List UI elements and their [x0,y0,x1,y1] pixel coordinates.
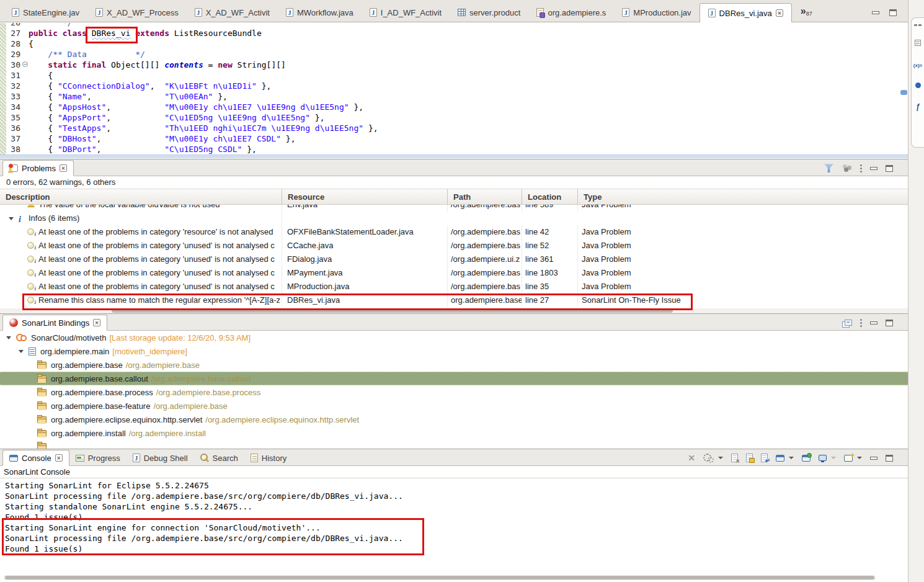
tree-item-suffix: /org.adempiere.base.process [156,388,260,397]
expander-icon[interactable] [6,336,11,339]
tab-sonarlint-bindings[interactable]: SonarLint Bindings [2,315,107,331]
wrap-button[interactable] [761,454,768,462]
pin-button[interactable] [802,455,811,462]
editor-tab-X_AD_WF_Process[interactable]: X_AD_WF_Process [87,3,187,22]
minimize-button[interactable] [870,457,877,460]
folder-icon [37,362,47,369]
problems-row[interactable]: At least one of the problems in category… [0,253,908,266]
tree-item-org.adempiere.base.callout[interactable]: org.adempiere.base.callout/org.adempiere… [0,372,908,385]
menu-button[interactable] [860,164,862,166]
tree-item-org.adempiere.base.process[interactable]: org.adempiere.base.process/org.adempiere… [0,385,908,399]
close-icon[interactable] [93,319,100,326]
column-header-type[interactable]: Type [578,189,908,204]
cell-location: line 361 [522,253,578,266]
display-button[interactable] [819,455,827,461]
maximize-button[interactable] [886,320,893,326]
problems-row[interactable]: At least one of the problems in category… [0,239,908,253]
sonarlint-icon [9,318,18,327]
minimize-button[interactable] [870,167,877,170]
code-token: final [82,60,106,69]
maximize-button[interactable] [886,455,893,462]
menu-button[interactable] [860,319,862,321]
dropdown-arrow-icon[interactable] [857,457,862,459]
tab-history[interactable]: History [244,450,293,465]
tab-problems[interactable]: Problems [2,160,74,176]
editor-tab-org.adempiere.s[interactable]: org.adempiere.s [528,3,614,22]
new-console-button[interactable] [844,455,853,462]
maximize-icon[interactable] [889,9,897,16]
expander-icon[interactable] [19,350,24,353]
editor-tab-I_AD_WF_Activit[interactable]: I_AD_WF_Activit [362,3,450,22]
code-text: { [29,70,53,81]
collapse-all-button[interactable] [845,320,852,326]
editor-tab-server.product[interactable]: server.product [450,3,528,22]
variables-icon[interactable] [913,60,922,69]
editor-tab-MProduction.jav[interactable]: MProduction.jav [614,3,699,22]
sonarlint-bindings-tree: SonarCloud/motiveth[Last storage update:… [0,331,908,449]
dropdown-arrow-icon[interactable] [718,457,723,459]
tree-item-org.adempiere.base-feature[interactable]: org.adempiere.base-feature/org.adempiere… [0,399,908,413]
scrollbar-thumb[interactable] [5,576,874,580]
editor-tab-X_AD_WF_Activit[interactable]: X_AD_WF_Activit [187,3,278,22]
column-header-location[interactable]: Location [522,189,578,204]
editor-horizontal-scrollbar[interactable] [0,154,908,158]
dropdown-arrow-icon[interactable] [789,457,794,459]
problems-row[interactable]: At least one of the problems in category… [0,266,908,280]
column-header-resource[interactable]: Resource [282,189,448,204]
tab-label: Problems [22,164,56,173]
cell-type: Java Problem [578,239,908,253]
stdout-button[interactable] [776,455,784,462]
sonarlint-tabbar: SonarLint Bindings [0,314,908,331]
breakpoint-icon[interactable] [915,83,921,88]
column-header-path[interactable]: Path [448,189,522,204]
tree-item[interactable] [0,440,908,449]
close-icon[interactable] [55,454,63,462]
tree-item-org.idempiere.main[interactable]: org.idempiere.main[motiveth_idempiere] [0,344,908,358]
java-file-icon [195,8,202,17]
tab-progress[interactable]: Progress [69,450,127,465]
clear-button[interactable] [731,454,738,462]
editor-tab-StateEngine.jav[interactable]: StateEngine.jav [4,3,87,22]
settings-button[interactable] [703,454,714,463]
outline-icon[interactable] [915,40,921,46]
close-icon[interactable] [60,164,67,172]
code-line: 31 { [0,70,908,81]
minimize-icon[interactable] [872,11,879,14]
lock-button[interactable] [746,454,753,462]
expander-icon[interactable] [9,217,14,220]
description-text: The value of the local variable oldValue… [38,205,220,209]
tree-item-org.adempiere.eclipse.equinox.http.servlet[interactable]: org.adempiere.eclipse.equinox.http.servl… [0,413,908,426]
group-button[interactable] [842,164,852,172]
problems-row[interactable]: At least one of the problems in category… [0,225,908,239]
tab-overflow-button[interactable]: 87 [801,6,812,17]
terminate-button[interactable] [688,453,695,463]
chevron-overflow-icon [801,6,806,17]
more-icon[interactable] [914,24,922,26]
minimize-button[interactable] [870,321,877,325]
tab-search[interactable]: Search [194,450,244,465]
close-tab-icon[interactable] [776,9,783,17]
console-horizontal-scrollbar[interactable] [4,575,876,580]
problems-section: Problems 0 errors, 62 warnings, 6 others… [0,159,908,313]
tree-item-SonarCloud/motiveth[interactable]: SonarCloud/motiveth[Last storage update:… [0,331,908,344]
tab-debug-shell[interactable]: Debug Shell [127,450,194,465]
overview-ruler-marker[interactable] [900,90,907,95]
problems-row[interactable]: Infos (6 items) [0,212,908,225]
fold-collapse-icon[interactable] [22,61,28,67]
annotation-box-console-lines [2,518,424,555]
problems-row[interactable]: The value of the local variable oldValue… [0,205,908,212]
tree-item-org.adempiere.install[interactable]: org.adempiere.install/org.adempiere.inst… [0,426,908,440]
column-header-description[interactable]: Description [0,189,282,204]
maximize-button[interactable] [886,165,893,172]
java-file-icon [96,8,103,17]
expressions-icon[interactable] [916,102,920,111]
code-text: { "AppsHost", "M\u00E1y ch\u1EE7 \u1EE9n… [29,102,363,112]
editor-tab-MWorkflow.java[interactable]: MWorkflow.java [278,3,362,22]
editor-window-controls [872,9,897,16]
minimized-view-dock [911,17,924,148]
filter-button[interactable] [824,164,833,172]
tab-console[interactable]: Console [2,450,69,466]
tree-item-org.adempiere.base[interactable]: org.adempiere.base/org.adempiere.base [0,358,908,372]
editor-tab-DBRes_vi.java[interactable]: DBRes_vi.java [700,3,792,22]
problems-row[interactable]: At least one of the problems in category… [0,280,908,293]
